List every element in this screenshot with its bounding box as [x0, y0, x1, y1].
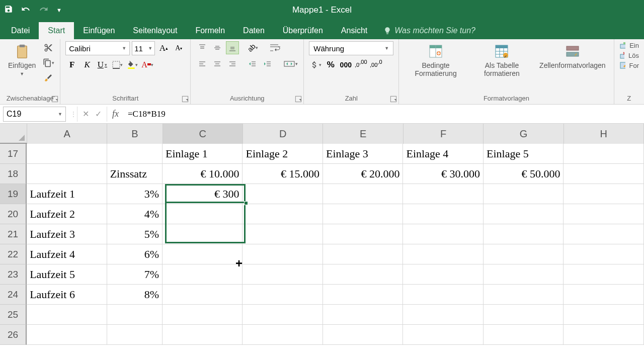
undo-icon[interactable] [20, 5, 31, 16]
underline-button[interactable]: U▾ [96, 58, 109, 71]
row-header[interactable]: 17 [0, 144, 27, 164]
cell[interactable] [323, 325, 404, 345]
cell[interactable] [484, 305, 564, 325]
tab-seitenlayout[interactable]: Seitenlayout [124, 22, 186, 39]
cell[interactable] [403, 184, 484, 204]
cell[interactable] [484, 204, 564, 224]
col-header-g[interactable]: G [484, 124, 564, 144]
conditional-format-button[interactable]: Bedingte Formatierung [404, 41, 467, 79]
row-header[interactable]: 19 [0, 184, 27, 204]
cell[interactable]: Laufzeit 3 [27, 224, 107, 244]
confirm-icon[interactable]: ✓ [95, 109, 102, 119]
cell[interactable] [484, 325, 564, 345]
align-left-button[interactable] [196, 57, 209, 70]
cell[interactable] [564, 164, 644, 184]
align-right-button[interactable] [226, 57, 239, 70]
font-color-button[interactable]: A▾ [141, 58, 154, 71]
cell[interactable] [484, 285, 564, 305]
cell[interactable] [403, 325, 484, 345]
cell[interactable] [323, 305, 404, 325]
save-icon[interactable] [4, 5, 13, 16]
cell[interactable]: € 30.000 [403, 164, 484, 184]
insert-cells-button[interactable]: Ein [619, 41, 639, 49]
col-header-h[interactable]: H [564, 124, 644, 144]
row-header[interactable]: 21 [0, 224, 27, 244]
row-header[interactable]: 26 [0, 325, 27, 345]
cell[interactable] [484, 184, 564, 204]
tab-formeln[interactable]: Formeln [186, 22, 234, 39]
cancel-icon[interactable]: ✕ [83, 109, 89, 119]
dialog-launcher-icon[interactable] [182, 96, 189, 103]
cell-styles-button[interactable]: Zellenformatvorlagen [536, 41, 609, 71]
cell[interactable] [243, 244, 323, 264]
align-middle-button[interactable] [211, 41, 224, 54]
cell[interactable] [323, 244, 404, 264]
cell[interactable] [163, 285, 243, 305]
thousands-button[interactable]: 000 [339, 58, 352, 71]
align-center-button[interactable] [211, 57, 224, 70]
cell[interactable] [564, 285, 644, 305]
cell[interactable] [27, 164, 107, 184]
delete-cells-button[interactable]: Lös [619, 51, 639, 59]
grow-font-button[interactable]: A▴ [157, 42, 170, 55]
cell[interactable]: Zinssatz [107, 164, 163, 184]
cell[interactable]: Laufzeit 2 [27, 204, 107, 224]
cell[interactable] [484, 264, 564, 285]
cell[interactable] [564, 305, 644, 325]
col-header-c[interactable]: C [163, 124, 243, 144]
cut-button[interactable] [42, 41, 55, 54]
cell[interactable]: 6% [107, 244, 163, 264]
cell[interactable] [163, 224, 243, 244]
cell[interactable]: Laufzeit 6 [27, 285, 107, 305]
fill-color-button[interactable]: ▾ [126, 58, 139, 71]
cell[interactable]: Laufzeit 5 [27, 264, 107, 285]
cell[interactable] [243, 224, 323, 244]
cell[interactable] [27, 144, 107, 164]
merge-button[interactable]: ▾ [282, 57, 298, 70]
number-format-select[interactable]: Währung▼ [309, 41, 393, 55]
increase-indent-button[interactable] [261, 57, 274, 70]
tab-daten[interactable]: Daten [234, 22, 274, 39]
cell[interactable] [323, 204, 404, 224]
cell[interactable]: 7% [107, 264, 163, 285]
tab-datei[interactable]: Datei [2, 22, 39, 39]
cell[interactable] [564, 204, 644, 224]
cell[interactable] [403, 244, 484, 264]
cell[interactable]: € 300 [163, 184, 243, 204]
row-header[interactable]: 24 [0, 285, 27, 305]
decrease-decimals-button[interactable]: ,00,0 [369, 58, 382, 71]
tab-start[interactable]: Start [39, 22, 74, 39]
cell[interactable]: 4% [107, 204, 163, 224]
cell[interactable] [323, 184, 404, 204]
cell[interactable]: Laufzeit 1 [27, 184, 107, 204]
dialog-launcher-icon[interactable] [390, 96, 397, 103]
cell[interactable] [403, 305, 484, 325]
cell[interactable] [323, 285, 404, 305]
cell[interactable]: 3% [107, 184, 163, 204]
col-header-d[interactable]: D [243, 124, 323, 144]
cell[interactable] [107, 144, 163, 164]
cell[interactable] [484, 244, 564, 264]
italic-button[interactable]: K [80, 58, 94, 71]
cell[interactable]: Einlage 3 [323, 144, 404, 164]
align-bottom-button[interactable] [226, 41, 239, 54]
cell[interactable]: Einlage 2 [243, 144, 323, 164]
cell[interactable] [323, 264, 404, 285]
cell[interactable] [403, 204, 484, 224]
copy-button[interactable]: ▾ [42, 56, 55, 69]
cell[interactable] [107, 325, 163, 345]
dialog-launcher-icon[interactable] [51, 96, 58, 103]
cell[interactable]: € 20.000 [323, 164, 404, 184]
cell[interactable] [243, 184, 323, 204]
cell[interactable] [163, 244, 243, 264]
increase-decimals-button[interactable]: ,0,00 [354, 58, 367, 71]
name-box[interactable]: C19▼ [3, 107, 66, 122]
redo-icon[interactable] [38, 5, 49, 16]
font-name-select[interactable]: Calibri▼ [65, 41, 130, 55]
cell[interactable] [163, 264, 243, 285]
fill-handle[interactable] [244, 201, 248, 205]
cell[interactable] [564, 224, 644, 244]
font-size-select[interactable]: 11▼ [132, 41, 155, 55]
cell[interactable] [243, 285, 323, 305]
tell-me-search[interactable]: Was möchten Sie tun? [376, 22, 482, 39]
